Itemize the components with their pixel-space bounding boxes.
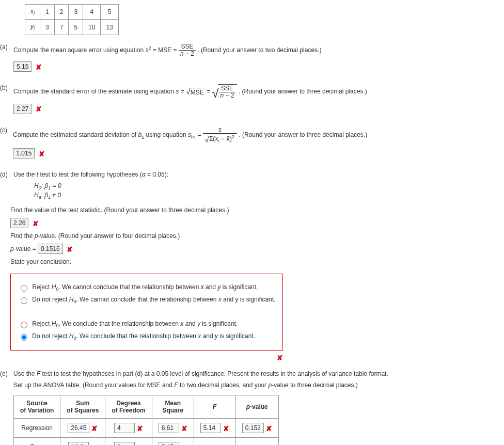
answer-d-stat[interactable]: 2.26 [10,218,28,228]
radio-option-4[interactable] [21,334,27,341]
anova-err-ss[interactable]: 10.3 [68,442,89,445]
anova-reg-ss[interactable]: 26.45 [68,423,89,433]
wrong-icon: ✘ [91,424,98,433]
anova-reg-f[interactable]: 5.14 [200,423,221,433]
anova-row-error: Error 10.3✔ 2✘ 5.15✘ [14,438,279,445]
anova-err-df[interactable]: 2 [114,442,135,445]
answer-c[interactable]: 1.015 [13,148,35,158]
anova-reg-p[interactable]: 0.152 [242,423,264,433]
wrong-icon: ✘ [277,354,283,362]
part-e: (e) Use the F test to test the hypothese… [0,370,504,445]
wrong-icon: ✘ [36,105,42,113]
radio-label-2[interactable]: Do not reject H0. We cannot conclude tha… [32,296,275,303]
xy-data-table: xi 1 2 3 4 5 yi 3 7 5 10 13 [25,4,119,35]
part-c-label: (c) [0,126,11,134]
answer-d-pvalue[interactable]: 0.1516 [38,244,63,254]
y-row-label: yi [25,20,40,35]
wrong-icon: ✘ [266,424,272,433]
part-e-label: (e) [0,370,12,377]
radio-label-3[interactable]: Reject H0. We conclude that the relation… [32,320,238,327]
anova-h-ss: Sumof Squares [60,395,105,419]
anova-h-f: F [194,395,235,419]
wrong-icon: ✘ [33,219,39,228]
wrong-icon: ✘ [137,424,143,433]
part-a-label: (a) [0,43,12,51]
anova-reg-ms[interactable]: 6.61 [159,423,179,433]
anova-h-ms: MeanSquare [152,395,194,419]
radio-label-4[interactable]: Do not reject H0. We conclude that the r… [32,332,255,340]
anova-h-source: Sourceof Variation [14,395,60,419]
anova-table: Sourceof Variation Sumof Squares Degrees… [13,395,279,445]
radio-label-1[interactable]: Reject H0. We cannot conclude that the r… [32,283,258,291]
wrong-icon: ✘ [67,245,73,253]
part-c: (c) Compute the estimated standard devia… [0,126,504,163]
answer-a[interactable]: 5.15 [13,61,32,72]
part-d: (d) Use the t test to test the following… [0,171,504,206]
part-b-label: (b) [0,84,12,91]
wrong-icon: ✘ [181,424,187,433]
answer-b[interactable]: 2.27 [13,104,32,114]
radio-option-1[interactable] [21,285,27,292]
anova-h-df: Degreesof Freedom [105,395,152,419]
part-d-label: (d) [0,171,12,178]
part-a: (a) Compute the mean square error using … [0,43,504,76]
part-e-prompt-1: Use the F test to test the hypotheses in… [13,370,499,377]
find-p-prompt: Find the p-value. (Round your answer to … [10,232,180,240]
anova-err-ms[interactable]: 5.15 [159,442,179,445]
anova-h-p: p-value [235,395,278,419]
anova-row-regression: Regression 26.45✘ 4✘ 6.61✘ 5.14✘ 0.152✘ [14,419,279,438]
wrong-icon: ✘ [223,424,229,433]
x-row-label: xi [25,5,40,20]
conclusion-options: Reject H0. We cannot conclude that the r… [10,274,283,351]
radio-option-3[interactable] [21,322,27,328]
part-b: (b) Compute the standard error of the es… [0,84,504,118]
part-e-prompt-2: Set up the ANOVA table. (Round your valu… [13,382,499,389]
part-d-prompt: Use the t test to test the following hyp… [13,171,168,178]
anova-reg-df[interactable]: 4 [114,423,135,433]
wrong-icon: ✘ [36,63,42,71]
wrong-icon: ✘ [39,150,45,158]
radio-option-2[interactable] [21,297,27,304]
hypotheses: H0: β1 = 0 Ha: β1 ≠ 0 [34,182,499,200]
